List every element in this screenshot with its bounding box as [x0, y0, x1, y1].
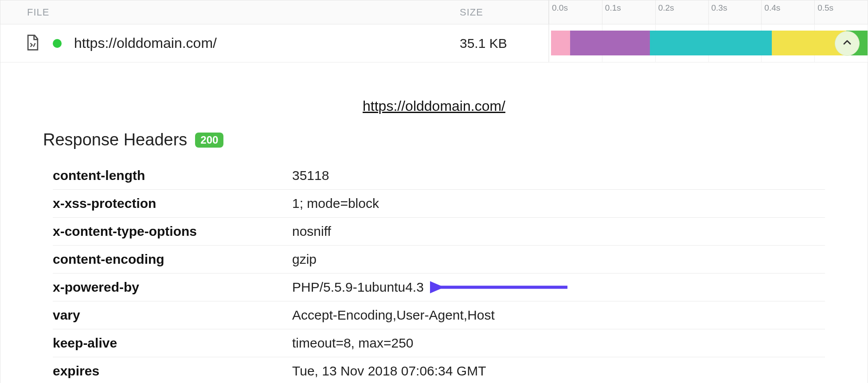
header-value: PHP/5.5.9-1ubuntu4.3 — [292, 280, 424, 295]
collapse-button[interactable] — [835, 31, 860, 56]
header-value: gzip — [292, 252, 317, 267]
col-size-label: SIZE — [460, 7, 548, 18]
request-row[interactable]: https://olddomain.com/ 35.1 KB — [0, 24, 868, 63]
header-row: x-content-type-optionsnosniff — [53, 218, 825, 246]
header-name: vary — [53, 308, 292, 323]
header-row: varyAccept-Encoding,User-Agent,Host — [53, 301, 825, 329]
details-panel: https://olddomain.com/ Response Headers … — [0, 63, 868, 383]
request-size: 35.1 KB — [460, 36, 548, 51]
timing-tick: 0.1s — [602, 0, 621, 24]
timing-tick: 0.0s — [549, 0, 568, 24]
header-name: content-encoding — [53, 252, 292, 267]
header-value: 35118 — [292, 168, 329, 183]
header-value: nosniff — [292, 224, 331, 239]
timing-tick: 0.3s — [708, 0, 727, 24]
header-name: x-xss-protection — [53, 196, 292, 211]
header-row: x-xss-protection1; mode=block — [53, 190, 825, 218]
header-name: keep-alive — [53, 336, 292, 351]
document-icon — [25, 34, 40, 53]
header-value: Tue, 13 Nov 2018 07:06:34 GMT — [292, 363, 486, 379]
header-row: keep-alivetimeout=8, max=250 — [53, 329, 825, 357]
status-badge: 200 — [195, 133, 223, 148]
status-dot-icon — [53, 39, 62, 48]
network-panel: FILE SIZE 0.0s0.1s0.2s0.3s0.4s0.5s0.6 ht… — [0, 0, 868, 383]
header-name: x-powered-by — [53, 280, 292, 295]
header-value: Accept-Encoding,User-Agent,Host — [292, 308, 495, 323]
timeline-segment-purple — [570, 31, 650, 55]
header-name: expires — [53, 363, 292, 379]
header-value: 1; mode=block — [292, 196, 379, 211]
file-cell: https://olddomain.com/ — [0, 34, 460, 53]
timing-tick: 0.5s — [814, 0, 833, 24]
timeline-segment-teal — [650, 31, 772, 55]
timeline-segment-pink — [551, 31, 570, 55]
header-row: x-powered-byPHP/5.5.9-1ubuntu4.3 — [53, 274, 825, 301]
request-url: https://olddomain.com/ — [74, 35, 217, 51]
header-row: expiresTue, 13 Nov 2018 07:06:34 GMT — [53, 357, 825, 383]
detail-url-link[interactable]: https://olddomain.com/ — [43, 98, 825, 114]
timing-tick: 0.2s — [655, 0, 674, 24]
timing-tick: 0.4s — [761, 0, 780, 24]
timing-cell — [548, 24, 868, 62]
col-file-label: FILE — [0, 7, 460, 18]
col-timing: 0.0s0.1s0.2s0.3s0.4s0.5s0.6 — [548, 0, 868, 24]
header-name: x-content-type-options — [53, 224, 292, 239]
header-row: content-encodinggzip — [53, 246, 825, 274]
header-value: timeout=8, max=250 — [292, 336, 414, 351]
header-name: content-length — [53, 168, 292, 183]
table-header: FILE SIZE 0.0s0.1s0.2s0.3s0.4s0.5s0.6 — [0, 0, 868, 24]
chevron-up-icon — [842, 37, 852, 50]
section-title: Response Headers — [43, 130, 187, 149]
headers-table: content-length35118x-xss-protection1; mo… — [53, 162, 825, 383]
header-row: content-length35118 — [53, 162, 825, 190]
